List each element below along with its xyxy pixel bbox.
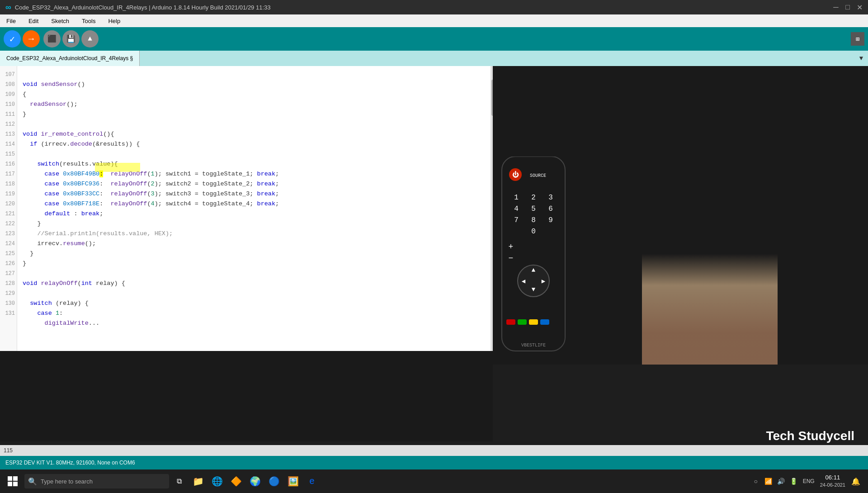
tab-bar: Code_ESP32_Alexa_ArduinolotCloud_IR_4Rel…: [0, 51, 868, 66]
remote-image-area: ⏻ SOURCE 1 2 3 4 5 6 7 8 9 0 + − ▲ ▼ ◀ ▶…: [493, 66, 868, 365]
window-title: Code_ESP32_Alexa_ArduinolotCloud_IR_4Rel…: [15, 4, 271, 11]
notification-button[interactable]: 🔔: [849, 470, 863, 492]
tab-label: Code_ESP32_Alexa_ArduinolotCloud_IR_4Rel…: [6, 55, 133, 62]
taskbar-right-area: ○ 📶 🔊 🔋 ENG 06:11 24-06-2021 🔔: [750, 470, 866, 492]
svg-text:3: 3: [548, 194, 553, 202]
search-placeholder: Type here to search: [41, 478, 93, 485]
volume-icon[interactable]: 🔊: [776, 476, 787, 487]
browser-edge-button[interactable]: 🌐: [208, 470, 226, 492]
svg-text:7: 7: [514, 216, 519, 224]
svg-text:◀: ◀: [522, 278, 526, 285]
photos-button[interactable]: 🖼️: [284, 470, 302, 492]
svg-text:8: 8: [531, 216, 536, 224]
debug-button[interactable]: ⬛: [43, 30, 61, 47]
menu-help[interactable]: Help: [105, 17, 123, 25]
svg-text:▶: ▶: [542, 278, 546, 285]
svg-text:9: 9: [548, 216, 553, 224]
menu-tools[interactable]: Tools: [79, 17, 98, 25]
code-tab[interactable]: Code_ESP32_Alexa_ArduinolotCloud_IR_4Rel…: [0, 51, 140, 66]
code-content[interactable]: void sendSensor() { readSensor(); } void…: [19, 66, 493, 342]
clock-display: 06:11 24-06-2021: [818, 474, 847, 488]
svg-rect-27: [13, 476, 18, 481]
svg-text:2: 2: [531, 194, 536, 202]
svg-rect-23: [529, 319, 538, 325]
battery-icon[interactable]: 🔋: [788, 476, 799, 487]
debug-icon: ⬛: [47, 34, 57, 43]
svg-text:+: +: [509, 242, 514, 251]
save-button[interactable]: 💾: [62, 30, 80, 47]
title-bar: ∞ Code_ESP32_Alexa_ArduinolotCloud_IR_4R…: [0, 0, 868, 14]
taskbar: 🔍 Type here to search ⧉ 📁 🌐 🔶 🌍 🔵 🖼️ e ○…: [0, 469, 868, 493]
windows-logo-icon: [7, 476, 18, 487]
verify-button[interactable]: ✓: [4, 30, 21, 47]
output-area: [0, 351, 493, 441]
hand-holding-remote: [642, 206, 778, 365]
cortana-icon[interactable]: ○: [750, 476, 761, 487]
svg-rect-22: [518, 319, 527, 325]
svg-text:1: 1: [514, 194, 519, 202]
svg-text:⏻: ⏻: [512, 171, 519, 179]
svg-text:VBESTLIFE: VBESTLIFE: [521, 343, 546, 348]
svg-text:5: 5: [531, 205, 536, 213]
menu-file[interactable]: File: [4, 17, 19, 25]
title-bar-left: ∞ Code_ESP32_Alexa_ArduinolotCloud_IR_4R…: [5, 3, 271, 12]
toolbar: ✓ → ⬛ 💾 ▲ ⊞: [0, 27, 868, 51]
serial-monitor-button[interactable]: ⊞: [851, 32, 864, 46]
line-number-status: 115: [4, 447, 13, 454]
svg-text:SOURCE: SOURCE: [530, 173, 546, 178]
edge2-button[interactable]: e: [303, 470, 321, 492]
svg-text:−: −: [509, 254, 514, 263]
svg-rect-29: [13, 482, 18, 486]
svg-rect-24: [540, 319, 549, 325]
new-icon: ▲: [88, 35, 92, 43]
watermark-text: Tech Studycell: [766, 429, 854, 443]
edge-icon: 🌐: [212, 476, 223, 487]
menu-edit[interactable]: Edit: [26, 17, 41, 25]
svg-rect-28: [8, 482, 12, 486]
chevron-down-icon: ▼: [859, 55, 863, 62]
serial-monitor-icon: ⊞: [856, 35, 859, 43]
extra-icon: 🔵: [269, 476, 280, 487]
menu-sketch[interactable]: Sketch: [48, 17, 72, 25]
svg-text:6: 6: [548, 205, 553, 213]
tab-dropdown-button[interactable]: ▼: [854, 51, 868, 66]
file-explorer-button[interactable]: 📁: [189, 470, 207, 492]
network-icon[interactable]: 📶: [763, 476, 774, 487]
svg-rect-26: [8, 476, 12, 481]
extra-browser-button[interactable]: 🔵: [265, 470, 283, 492]
svg-text:4: 4: [514, 205, 519, 213]
verify-icon: ✓: [9, 33, 15, 45]
time-text: 06:11: [820, 474, 845, 482]
folder-icon: 📁: [193, 476, 204, 487]
svg-rect-21: [506, 319, 515, 325]
close-button[interactable]: ✕: [856, 4, 863, 10]
app-logo-icon: ∞: [5, 3, 11, 12]
remote-control-svg: ⏻ SOURCE 1 2 3 4 5 6 7 8 9 0 + − ▲ ▼ ◀ ▶…: [493, 156, 574, 360]
taskbar-search-box[interactable]: 🔍 Type here to search: [24, 474, 169, 488]
svg-text:▼: ▼: [532, 286, 536, 293]
search-icon: 🔍: [28, 477, 37, 486]
minimize-button[interactable]: ─: [833, 4, 839, 10]
photos-icon: 🖼️: [288, 476, 299, 487]
edge2-icon: e: [309, 476, 315, 487]
start-button[interactable]: [2, 470, 24, 492]
task-view-button[interactable]: ⧉: [170, 470, 188, 492]
board-info: ESP32 DEV KIT V1. 80MHz, 921600, None on…: [5, 460, 135, 466]
svg-text:▲: ▲: [532, 266, 536, 274]
title-bar-controls[interactable]: ─ □ ✕: [833, 4, 863, 10]
language-indicator: ENG: [801, 478, 816, 484]
date-text: 24-06-2021: [820, 482, 845, 488]
notification-icon: 🔔: [851, 477, 860, 486]
save-icon: 💾: [66, 34, 75, 43]
bottom-status-bar: ESP32 DEV KIT V1. 80MHz, 921600, None on…: [0, 456, 868, 469]
maximize-button[interactable]: □: [844, 4, 851, 10]
upload-icon: →: [28, 34, 34, 44]
chrome-button[interactable]: 🌍: [246, 470, 264, 492]
watermark-label: Tech Studycell: [766, 429, 854, 443]
upload-button[interactable]: →: [23, 30, 40, 47]
task-view-icon: ⧉: [177, 477, 182, 486]
vlc-button[interactable]: 🔶: [227, 470, 245, 492]
vlc-icon: 🔶: [231, 476, 242, 487]
new-button[interactable]: ▲: [81, 30, 99, 47]
menu-bar: File Edit Sketch Tools Help: [0, 14, 868, 27]
